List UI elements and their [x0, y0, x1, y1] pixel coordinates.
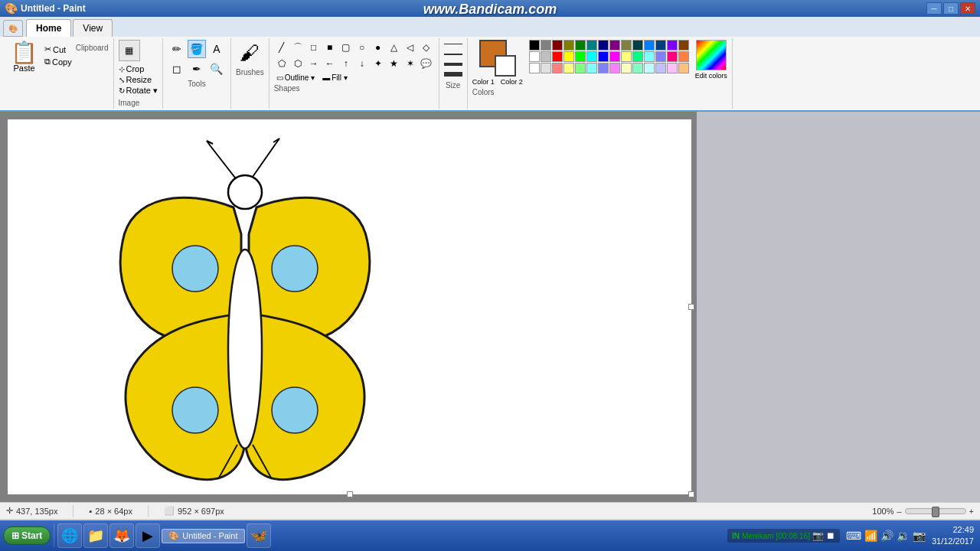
color-dark-teal[interactable] — [632, 40, 643, 51]
copy-button[interactable]: ⧉ Copy — [42, 56, 74, 67]
color-light-red[interactable] — [552, 63, 563, 73]
cut-button[interactable]: ✂ Cut — [42, 44, 74, 55]
size-1px[interactable] — [444, 44, 462, 44]
color-light-blue2[interactable] — [598, 63, 609, 73]
triangle-shape[interactable]: △ — [387, 40, 402, 55]
edit-colors-button[interactable] — [696, 40, 727, 70]
firefox-icon[interactable]: 🦊 — [109, 523, 134, 548]
color-picker-tool[interactable]: ✒ — [188, 60, 206, 78]
rotate-button[interactable]: Rotate ▾ — [126, 86, 158, 96]
color-cyan[interactable] — [586, 51, 597, 62]
pencil-tool[interactable]: ✏ — [168, 40, 186, 58]
color-blue[interactable] — [598, 51, 609, 62]
color-lime[interactable] — [575, 51, 586, 62]
color-white[interactable] — [529, 51, 540, 62]
drawing-canvas[interactable] — [8, 119, 691, 494]
color-white2[interactable] — [529, 63, 540, 73]
media-icon[interactable]: ▶ — [136, 523, 160, 548]
color-periwinkle[interactable] — [655, 51, 666, 62]
eraser-tool[interactable]: ◻ — [168, 60, 186, 78]
color-olive[interactable] — [564, 40, 574, 51]
color-pale-sky[interactable] — [644, 63, 655, 73]
select-tool[interactable]: ▦ — [119, 40, 140, 61]
arrow-down-shape[interactable]: ↓ — [354, 56, 370, 71]
color-navy[interactable] — [598, 40, 609, 51]
color-silver[interactable] — [541, 51, 551, 62]
zoom-out-button[interactable]: – — [897, 507, 901, 516]
butterfly-taskbar-icon[interactable]: 🦋 — [247, 523, 271, 548]
fillrect-shape[interactable]: ■ — [322, 40, 338, 55]
color-gray[interactable] — [541, 40, 551, 51]
canvas-container[interactable] — [0, 112, 697, 502]
diamond-shape[interactable]: ◇ — [419, 40, 434, 55]
folder-icon[interactable]: 📁 — [83, 523, 108, 548]
color-dark-blue[interactable] — [655, 40, 666, 51]
color-teal[interactable] — [586, 40, 597, 51]
size-4px[interactable] — [444, 63, 462, 66]
maximize-button[interactable]: □ — [943, 2, 959, 15]
edit-colors-label[interactable]: Edit colors — [695, 72, 727, 80]
color-yellow[interactable] — [564, 51, 574, 62]
color-darkgreen[interactable] — [575, 40, 586, 51]
color-pale-pink[interactable] — [667, 63, 678, 73]
record-stop-icon[interactable]: ⏹ — [826, 530, 835, 541]
color-light-green[interactable] — [575, 63, 586, 73]
callout-shape[interactable]: 💬 — [419, 56, 434, 71]
color-darkred[interactable] — [552, 40, 563, 51]
color-pink[interactable] — [667, 51, 678, 62]
size-2px[interactable] — [444, 54, 462, 55]
magnify-tool[interactable]: 🔍 — [207, 60, 226, 78]
brushes-button[interactable]: 🖌 — [237, 40, 263, 67]
ellipse-shape[interactable]: ○ — [354, 40, 370, 55]
tab-home[interactable]: Home — [26, 19, 71, 37]
paste-button[interactable]: 📋 Paste — [8, 41, 41, 74]
color-purple[interactable] — [609, 40, 620, 51]
color-black[interactable] — [529, 40, 540, 51]
start-button[interactable]: ⊞ Start — [3, 527, 51, 545]
size-6px[interactable] — [444, 72, 462, 77]
color-pale-orange[interactable] — [678, 63, 689, 73]
canvas-resize-handle-bottom[interactable] — [347, 491, 353, 497]
crop-button[interactable]: Crop — [126, 64, 145, 73]
color2-swatch[interactable] — [495, 55, 516, 77]
star5-shape[interactable]: ★ — [387, 56, 402, 71]
color-pale-mint[interactable] — [632, 63, 643, 73]
color-light-cyan[interactable] — [586, 63, 597, 73]
color-brown[interactable] — [678, 40, 689, 51]
close-button[interactable]: ✕ — [960, 2, 975, 15]
color-orange[interactable] — [678, 51, 689, 62]
fillellipse-shape[interactable]: ● — [371, 40, 386, 55]
zoom-slider[interactable] — [905, 508, 966, 514]
zoom-in-button[interactable]: + — [969, 507, 974, 516]
text-tool[interactable]: A — [207, 40, 226, 58]
taskbar-clock[interactable]: 22:49 31/12/2017 — [932, 524, 974, 548]
curve-shape[interactable]: ⌒ — [290, 40, 305, 55]
color-pale-yellow[interactable] — [621, 63, 632, 73]
fill-tool[interactable]: 🪣 — [188, 40, 206, 58]
zoom-slider-thumb[interactable] — [932, 507, 939, 517]
minimize-button[interactable]: ─ — [926, 2, 942, 15]
color-sky[interactable] — [644, 51, 655, 62]
app-menu-button[interactable]: 🎨 — [3, 20, 23, 37]
color-mint[interactable] — [632, 51, 643, 62]
star6-shape[interactable]: ✶ — [403, 56, 418, 71]
ie-icon[interactable]: 🌐 — [57, 523, 82, 548]
color-lightyellow[interactable] — [621, 51, 632, 62]
arrow-left-shape[interactable]: ← — [322, 56, 338, 71]
line-shape[interactable]: ╱ — [274, 40, 289, 55]
color-magenta[interactable] — [609, 51, 620, 62]
color-pale-periwinkle[interactable] — [655, 63, 666, 73]
arrow-right-shape[interactable]: → — [306, 56, 322, 71]
star4-shape[interactable]: ✦ — [371, 56, 386, 71]
active-window-button[interactable]: 🎨 Untitled - Paint — [162, 529, 244, 543]
outline-button[interactable]: ▭ Outline ▾ — [274, 73, 317, 83]
roundrect-shape[interactable]: ▢ — [338, 40, 354, 55]
color-cream[interactable] — [564, 63, 574, 73]
pentagon-shape[interactable]: ⬠ — [274, 56, 289, 71]
canvas-resize-handle-corner[interactable] — [688, 491, 694, 497]
rect-shape[interactable]: □ — [306, 40, 322, 55]
rtriangle-shape[interactable]: ◁ — [403, 40, 418, 55]
color-red[interactable] — [552, 51, 563, 62]
arrow-up-shape[interactable]: ↑ — [338, 56, 354, 71]
hexagon-shape[interactable]: ⬡ — [290, 56, 305, 71]
